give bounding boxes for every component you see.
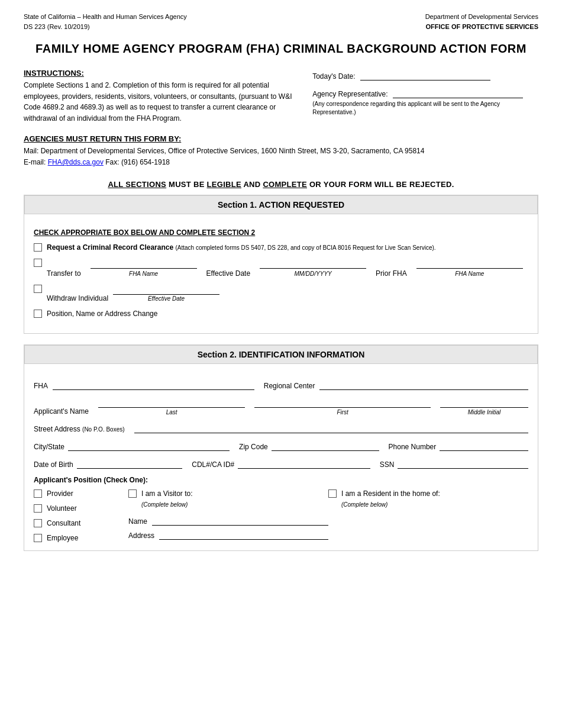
provider-label: Provider <box>47 489 73 498</box>
clearance-label-small: (Attach completed forms DS 5407, DS 228,… <box>175 244 435 251</box>
phone-field: Phone Number <box>389 440 528 451</box>
first-label: First <box>254 409 431 415</box>
position-label: Position, Name or Address Change <box>47 309 528 319</box>
street-label: Street Address (No P.O. Boxes) <box>34 425 125 433</box>
provider-item: Provider <box>34 489 128 498</box>
instructions-section: INSTRUCTIONS: Complete Sections 1 and 2.… <box>24 69 295 124</box>
transfer-checkbox[interactable] <box>34 259 42 267</box>
rc-input[interactable] <box>319 379 528 390</box>
visitor-name-input[interactable] <box>152 515 328 526</box>
fha-label: FHA <box>34 382 48 390</box>
provider-checkbox[interactable] <box>34 489 42 498</box>
dob-field: Date of Birth <box>34 458 182 469</box>
middle-initial-label: Middle Initial <box>440 409 528 415</box>
clearance-checkbox[interactable] <box>34 243 42 252</box>
section2-inner: FHA Regional Center Applicant's Name Las… <box>24 371 538 550</box>
employee-checkbox[interactable] <box>34 534 42 542</box>
agencies-mail: Mail: Department of Developmental Servic… <box>24 146 538 157</box>
dob-input[interactable] <box>77 458 183 469</box>
transfer-mmddyyyy: MM/DD/YYYY <box>260 270 366 278</box>
transfer-fields: Transfer to FHA Name Effective Date MM/D… <box>47 258 528 278</box>
city-state-input[interactable] <box>68 440 230 451</box>
visitor-header: I am a Visitor to: <box>128 489 328 498</box>
volunteer-checkbox[interactable] <box>34 504 42 513</box>
warning-legible: LEGIBLE <box>207 180 241 189</box>
withdraw-checkbox[interactable] <box>34 285 42 293</box>
position-grid: Provider Volunteer Consultant Employee <box>34 489 528 542</box>
resident-checkbox[interactable] <box>328 489 337 498</box>
first-name-input[interactable] <box>254 397 431 408</box>
withdraw-fields: Withdraw Individual Effective Date <box>47 284 528 303</box>
ssn-input[interactable] <box>398 458 528 469</box>
last-name-input[interactable] <box>98 397 245 408</box>
warning-must-be: MUST BE <box>169 180 207 189</box>
agencies-section: AGENCIES MUST RETURN THIS FORM BY: Mail:… <box>24 134 538 167</box>
fax-text: Fax: (916) 654-1918 <box>105 158 170 166</box>
middle-initial-field: Middle Initial <box>440 397 528 415</box>
page-title: FAMILY HOME AGENCY PROGRAM (FHA) CRIMINA… <box>24 42 538 56</box>
dept-name: Department of Developmental Services <box>425 12 538 22</box>
withdraw-effective-input[interactable] <box>113 284 219 295</box>
todays-date-label: Today's Date: <box>312 72 355 80</box>
last-label: Last <box>98 409 245 415</box>
form-number: DS 223 (Rev. 10/2019) <box>24 22 187 32</box>
employee-item: Employee <box>34 533 128 542</box>
fha-input[interactable] <box>53 379 254 390</box>
position-left-col: Provider Volunteer Consultant Employee <box>34 489 128 542</box>
todays-date-input[interactable] <box>360 70 490 80</box>
employee-label: Employee <box>47 534 78 542</box>
consultant-label: Consultant <box>47 519 80 527</box>
consultant-checkbox[interactable] <box>34 519 42 527</box>
date-section: Today's Date: Agency Representative: (An… <box>312 69 538 124</box>
consultant-item: Consultant <box>34 518 128 527</box>
warning-rest: OR YOUR FORM WILL BE REJECTED. <box>309 180 454 189</box>
cdl-input[interactable] <box>238 458 370 469</box>
visitor-checkbox[interactable] <box>128 489 137 498</box>
clearance-row: Request a Criminal Record Clearance (Att… <box>34 243 528 253</box>
header-right: Department of Developmental Services OFF… <box>425 12 538 31</box>
withdraw-label: Withdraw Individual Effective Date <box>47 284 528 303</box>
warning-and: AND <box>243 180 263 189</box>
transfer-effective-input[interactable] <box>260 258 366 269</box>
position-checkbox[interactable] <box>34 310 42 318</box>
transfer-fha-name2: FHA Name <box>416 270 523 278</box>
warning-all-sections: ALL SECTIONS <box>108 180 166 189</box>
transfer-fha-sublabel: FHA Name <box>91 270 197 278</box>
todays-date-field: Today's Date: <box>312 70 538 80</box>
withdraw-row: Withdraw Individual Effective Date <box>34 284 528 303</box>
agency-rep-input[interactable] <box>393 88 523 98</box>
zip-input[interactable] <box>272 440 379 451</box>
email-link[interactable]: FHA@dds.ca.gov <box>48 158 104 166</box>
street-input[interactable] <box>134 423 528 433</box>
email-label: E-mail: <box>24 158 46 166</box>
no-po-label: (No P.O. Boxes) <box>82 426 125 433</box>
agency-rep-field: Agency Representative: (Any corresponden… <box>312 88 538 117</box>
fha-field: FHA <box>34 379 254 390</box>
ssn-label: SSN <box>380 460 395 469</box>
transfer-priorfha-input[interactable] <box>416 258 523 269</box>
middle-initial-input[interactable] <box>440 397 528 408</box>
rc-label: Regional Center <box>264 382 315 390</box>
position-row: Position, Name or Address Change <box>34 309 528 319</box>
transfer-fha-input[interactable] <box>91 258 197 269</box>
instructions-text: Complete Sections 1 and 2. Completion of… <box>24 80 295 124</box>
applicant-position-section: Applicant's Position (Check One): Provid… <box>34 476 528 542</box>
city-state-label: City/State <box>34 443 64 451</box>
last-name-field: Last <box>98 397 245 415</box>
phone-input[interactable] <box>440 440 528 451</box>
cdl-label: CDL#/CA ID# <box>192 460 234 469</box>
resident-header: I am a Resident in the home of: <box>328 489 528 498</box>
visitor-name-row: Name <box>128 515 328 526</box>
office-name: OFFICE OF PROTECTIVE SERVICES <box>425 22 538 32</box>
dob-label: Date of Birth <box>34 460 73 469</box>
transfer-label: Transfer to FHA Name Effective Date MM/D… <box>47 258 528 278</box>
visitor-address-input[interactable] <box>159 529 328 540</box>
visitor-address-label: Address <box>128 531 154 540</box>
transfer-effective-field: MM/DD/YYYY <box>260 258 366 278</box>
withdraw-text: Withdraw Individual <box>47 294 108 304</box>
fha-rc-row: FHA Regional Center <box>34 379 528 390</box>
position-heading: Applicant's Position (Check One): <box>34 476 528 484</box>
check-instruction: CHECK APPROPRIATE BOX BELOW AND COMPLETE… <box>34 228 528 237</box>
transfer-fha-field: FHA Name <box>91 258 197 278</box>
transfer-priorfha-field: FHA Name <box>416 258 523 278</box>
